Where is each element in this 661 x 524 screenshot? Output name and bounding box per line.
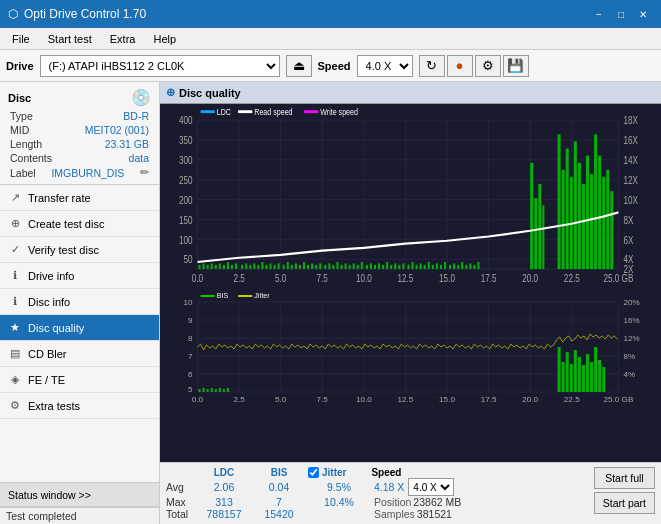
svg-text:7.5: 7.5: [317, 395, 329, 404]
svg-rect-87: [357, 265, 359, 269]
svg-text:200: 200: [179, 194, 193, 207]
nav-fe-te[interactable]: ◈ FE / TE: [0, 367, 159, 393]
svg-rect-103: [424, 265, 426, 269]
nav-disc-info[interactable]: ℹ Disc info: [0, 289, 159, 315]
svg-text:2.5: 2.5: [233, 272, 245, 285]
svg-rect-99: [407, 265, 409, 269]
svg-text:400: 400: [179, 114, 193, 127]
svg-rect-137: [238, 110, 252, 113]
svg-text:350: 350: [179, 134, 193, 147]
svg-rect-50: [203, 263, 205, 269]
nav-drive-info[interactable]: ℹ Drive info: [0, 263, 159, 289]
svg-text:12X: 12X: [624, 174, 639, 187]
svg-text:7: 7: [188, 352, 193, 361]
svg-rect-54: [219, 263, 221, 269]
eject-button[interactable]: ⏏: [286, 55, 312, 77]
svg-rect-141: [162, 292, 659, 412]
svg-text:4%: 4%: [624, 370, 636, 379]
max-bis: 7: [254, 496, 304, 508]
svg-text:0.0: 0.0: [192, 395, 204, 404]
nav-create-test-disc[interactable]: ⊕ Create test disc: [0, 211, 159, 237]
svg-rect-94: [386, 262, 388, 269]
burn-icon-button[interactable]: ●: [447, 55, 473, 77]
disc-length-label: Length: [10, 138, 42, 150]
svg-text:10.0: 10.0: [356, 395, 372, 404]
svg-rect-78: [319, 263, 321, 269]
svg-text:10: 10: [183, 298, 193, 307]
nav-transfer-rate[interactable]: ↗ Transfer rate: [0, 185, 159, 211]
svg-text:6: 6: [188, 370, 193, 379]
close-button[interactable]: ✕: [633, 4, 653, 24]
svg-rect-51: [207, 265, 209, 269]
settings-icon-button[interactable]: ⚙: [475, 55, 501, 77]
nav-cd-bler[interactable]: ▤ CD Bler: [0, 341, 159, 367]
svg-text:17.5: 17.5: [481, 272, 497, 285]
status-window-button[interactable]: Status window >>: [0, 483, 159, 507]
total-bis: 15420: [254, 508, 304, 520]
svg-rect-63: [257, 265, 259, 269]
minimize-button[interactable]: −: [589, 4, 609, 24]
refresh-button[interactable]: ↻: [419, 55, 445, 77]
drive-bar: Drive (F:) ATAPI iHBS112 2 CL0K ⏏ Speed …: [0, 50, 661, 82]
menu-help[interactable]: Help: [145, 31, 184, 47]
disc-icon: 💿: [131, 88, 151, 107]
drive-select[interactable]: (F:) ATAPI iHBS112 2 CL0K: [40, 55, 280, 77]
svg-rect-114: [469, 263, 471, 269]
svg-rect-132: [602, 177, 605, 269]
svg-rect-75: [307, 265, 309, 269]
svg-rect-123: [566, 149, 569, 270]
svg-text:17.5: 17.5: [481, 395, 497, 404]
svg-text:8%: 8%: [624, 352, 636, 361]
menu-file[interactable]: File: [4, 31, 38, 47]
stats-avg-row: Avg 2.06 0.04 9.5% 4.18 X 4.0 X: [166, 478, 588, 496]
stats-header: LDC BIS Jitter Speed: [194, 467, 588, 478]
nav-extra-tests[interactable]: ⚙ Extra tests: [0, 393, 159, 419]
svg-text:10.0: 10.0: [356, 272, 372, 285]
disc-type-value: BD-R: [123, 110, 149, 122]
svg-rect-91: [374, 265, 376, 269]
menu-extra[interactable]: Extra: [102, 31, 144, 47]
disc-mid-row: MID MEIT02 (001): [4, 123, 155, 137]
nav-transfer-rate-label: Transfer rate: [28, 192, 91, 204]
disc-quality-header: ⊕ Disc quality: [160, 82, 661, 104]
svg-rect-82: [336, 262, 338, 269]
svg-rect-117: [530, 163, 533, 269]
status-text: Test completed: [6, 510, 77, 522]
svg-rect-186: [590, 362, 593, 392]
avg-speed-val: 4.18 X: [374, 481, 404, 493]
svg-rect-189: [602, 367, 605, 392]
content-area: ⊕ Disc quality: [160, 82, 661, 524]
svg-rect-102: [420, 263, 422, 269]
chart2-svg: 10 9 8 7 6 5 20% 16% 12% 8% 4%: [162, 292, 659, 412]
nav-create-test-label: Create test disc: [28, 218, 104, 230]
maximize-button[interactable]: □: [611, 4, 631, 24]
svg-text:16%: 16%: [624, 316, 640, 325]
nav-list: ↗ Transfer rate ⊕ Create test disc ✓ Ver…: [0, 185, 159, 419]
disc-label-value: IMGBURN_DIS: [51, 167, 124, 179]
svg-text:16X: 16X: [624, 134, 639, 147]
svg-rect-187: [594, 347, 597, 392]
nav-disc-quality[interactable]: ★ Disc quality: [0, 315, 159, 341]
svg-text:20%: 20%: [624, 298, 640, 307]
total-ldc: 788157: [194, 508, 254, 520]
jitter-checkbox[interactable]: [308, 467, 319, 478]
chart1-svg: 400 350 300 250 200 150 100 50 18X 16X 1…: [162, 106, 659, 290]
svg-text:8X: 8X: [624, 213, 634, 226]
nav-verify-test-disc[interactable]: ✓ Verify test disc: [0, 237, 159, 263]
save-icon-button[interactable]: 💾: [503, 55, 529, 77]
svg-text:LDC: LDC: [217, 106, 231, 117]
menu-start-test[interactable]: Start test: [40, 31, 100, 47]
speed-select-stats[interactable]: 4.0 X: [408, 478, 454, 496]
disc-length-row: Length 23.31 GB: [4, 137, 155, 151]
speed-col-header: Speed: [356, 467, 416, 478]
start-part-button[interactable]: Start part: [594, 492, 655, 514]
jitter-checkbox-group[interactable]: Jitter: [308, 467, 346, 478]
drive-info-icon: ℹ: [8, 269, 22, 283]
speed-select[interactable]: 4.0 X: [357, 55, 413, 77]
start-full-button[interactable]: Start full: [594, 467, 655, 489]
chart2-container: 10 9 8 7 6 5 20% 16% 12% 8% 4%: [162, 292, 659, 460]
svg-rect-67: [274, 265, 276, 269]
label-icon: ✏: [140, 166, 149, 179]
avg-bis: 0.04: [254, 481, 304, 493]
svg-rect-55: [223, 265, 225, 269]
